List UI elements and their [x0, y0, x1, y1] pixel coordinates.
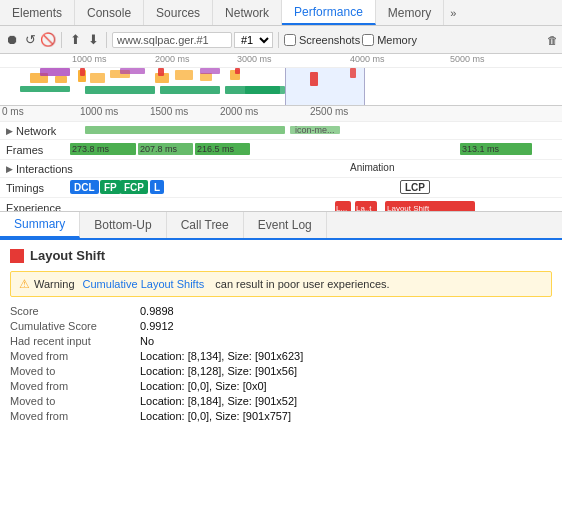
moved-from-1-row: Moved from Location: [8,134], Size: [901…	[10, 350, 552, 362]
bottom-tab-bar: Summary Bottom-Up Call Tree Event Log	[0, 212, 562, 240]
frame-label-3: 216.5 ms	[197, 144, 234, 154]
network-expand-arrow[interactable]: ▶	[6, 126, 13, 136]
interactions-track-content: Animation	[70, 160, 562, 177]
devtools-toolbar: ⏺ ↺ 🚫 ⬆ ⬇ #1 Screenshots Memory 🗑	[0, 26, 562, 54]
moved-to-1-row: Moved to Location: [8,128], Size: [901x5…	[10, 365, 552, 377]
network-label-text: icon-me...	[295, 125, 335, 135]
cumulative-layout-shifts-link[interactable]: Cumulative Layout Shifts	[83, 278, 205, 290]
screenshots-checkbox-label[interactable]: Screenshots	[284, 34, 360, 46]
session-select[interactable]: #1	[234, 32, 273, 48]
timeline-overview[interactable]: 1000 ms 2000 ms 3000 ms 4000 ms 5000 ms	[0, 54, 562, 106]
tab-network[interactable]: Network	[213, 0, 282, 25]
frame-label-1: 273.8 ms	[72, 144, 109, 154]
url-input[interactable]	[112, 32, 232, 48]
score-row: Score 0.9898	[10, 305, 552, 317]
summary-title: Layout Shift	[10, 248, 552, 263]
bottom-tab-summary[interactable]: Summary	[0, 212, 80, 238]
interactions-expand-arrow[interactable]: ▶	[6, 164, 13, 174]
frames-track-content: 273.8 ms 207.8 ms 216.5 ms 313.1 ms	[70, 140, 562, 159]
memory-checkbox[interactable]	[362, 34, 374, 46]
record-button[interactable]: ⏺	[4, 32, 20, 48]
tab-more[interactable]: »	[444, 0, 462, 25]
badge-fcp: FCP	[120, 180, 148, 194]
track-network: ▶ Network icon-me...	[0, 122, 562, 140]
ls-bar-3: Layout Shift	[385, 201, 475, 212]
badge-fp: FP	[100, 180, 121, 194]
separator-2	[106, 32, 107, 48]
recent-input-row: Had recent input No	[10, 335, 552, 347]
track-experience: Experience L... La..t Layout Shift	[0, 198, 562, 212]
tab-console[interactable]: Console	[75, 0, 144, 25]
warning-icon: ⚠	[19, 277, 30, 291]
bottom-tab-event-log[interactable]: Event Log	[244, 212, 327, 238]
badge-lcp: LCP	[400, 180, 430, 194]
timings-track-content: DCL FP FCP L LCP	[70, 178, 562, 197]
import-button[interactable]: ⬆	[67, 32, 83, 48]
track-timings: Timings DCL FP FCP L LCP	[0, 178, 562, 198]
experience-track-content: L... La..t Layout Shift	[70, 198, 562, 212]
export-button[interactable]: ⬇	[85, 32, 101, 48]
warning-box: ⚠ Warning Cumulative Layout Shifts can r…	[10, 271, 552, 297]
badge-dcl: DCL	[70, 180, 99, 194]
trash-icon[interactable]: 🗑	[547, 34, 558, 46]
top-tab-bar: Elements Console Sources Network Perform…	[0, 0, 562, 26]
summary-panel: Layout Shift ⚠ Warning Cumulative Layout…	[0, 240, 562, 433]
overview-flames	[0, 68, 562, 106]
separator-1	[61, 32, 62, 48]
separator-3	[278, 32, 279, 48]
memory-checkbox-label[interactable]: Memory	[362, 34, 417, 46]
ls-bar-2: La..t	[355, 201, 377, 212]
network-track-content: icon-me...	[70, 122, 562, 139]
screenshots-checkbox[interactable]	[284, 34, 296, 46]
frame-label-4: 313.1 ms	[462, 144, 499, 154]
track-frames: Frames 273.8 ms 207.8 ms 216.5 ms 313.1 …	[0, 140, 562, 160]
moved-from-3-row: Moved from Location: [0,0], Size: [901x7…	[10, 410, 552, 422]
network-bar	[85, 126, 285, 134]
cumulative-score-row: Cumulative Score 0.9912	[10, 320, 552, 332]
frame-label-2: 207.8 ms	[140, 144, 177, 154]
layout-shift-icon	[10, 249, 24, 263]
animation-label: Animation	[350, 162, 394, 173]
overview-ruler: 1000 ms 2000 ms 3000 ms 4000 ms 5000 ms	[0, 54, 562, 68]
bottom-tab-bottom-up[interactable]: Bottom-Up	[80, 212, 166, 238]
tab-performance[interactable]: Performance	[282, 0, 376, 25]
badge-l: L	[150, 180, 164, 194]
reload-button[interactable]: ↺	[22, 32, 38, 48]
clear-button[interactable]: 🚫	[40, 32, 56, 48]
tab-memory[interactable]: Memory	[376, 0, 444, 25]
detail-timeline[interactable]: 0 ms 1000 ms 1500 ms 2000 ms 2500 ms ▶ N…	[0, 106, 562, 212]
ls-bar-1: L...	[335, 201, 351, 212]
tab-elements[interactable]: Elements	[0, 0, 75, 25]
detail-ruler: 0 ms 1000 ms 1500 ms 2000 ms 2500 ms	[0, 106, 562, 122]
tab-sources[interactable]: Sources	[144, 0, 213, 25]
track-interactions: ▶ Interactions Animation	[0, 160, 562, 178]
moved-to-2-row: Moved to Location: [8,184], Size: [901x5…	[10, 395, 552, 407]
bottom-tab-call-tree[interactable]: Call Tree	[167, 212, 244, 238]
moved-from-2-row: Moved from Location: [0,0], Size: [0x0]	[10, 380, 552, 392]
